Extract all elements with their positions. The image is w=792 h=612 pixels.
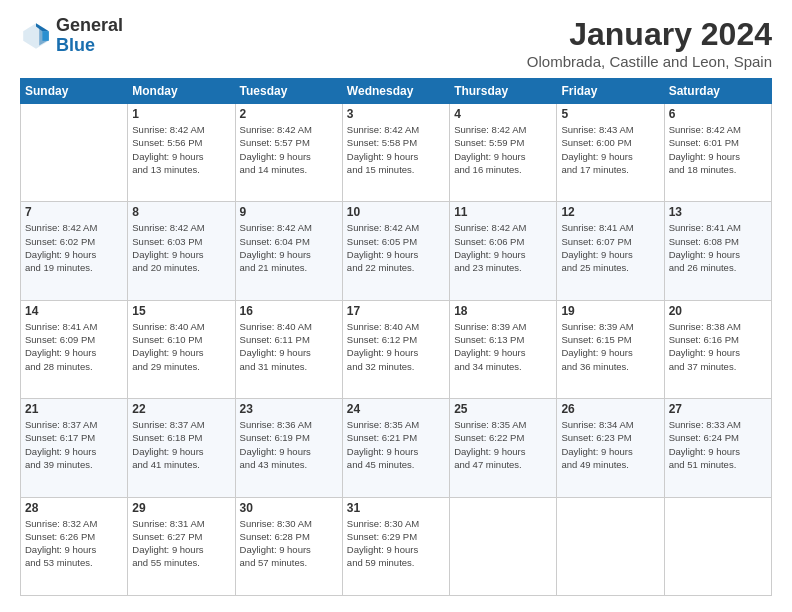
calendar-cell: 4Sunrise: 8:42 AM Sunset: 5:59 PM Daylig… [450,104,557,202]
calendar-cell: 3Sunrise: 8:42 AM Sunset: 5:58 PM Daylig… [342,104,449,202]
day-info: Sunrise: 8:30 AM Sunset: 6:28 PM Dayligh… [240,517,338,570]
calendar-week-5: 28Sunrise: 8:32 AM Sunset: 6:26 PM Dayli… [21,497,772,595]
calendar-cell: 11Sunrise: 8:42 AM Sunset: 6:06 PM Dayli… [450,202,557,300]
day-number: 24 [347,402,445,416]
calendar-cell: 22Sunrise: 8:37 AM Sunset: 6:18 PM Dayli… [128,399,235,497]
calendar-header-sunday: Sunday [21,79,128,104]
day-number: 27 [669,402,767,416]
calendar-cell [557,497,664,595]
calendar-cell: 9Sunrise: 8:42 AM Sunset: 6:04 PM Daylig… [235,202,342,300]
day-info: Sunrise: 8:31 AM Sunset: 6:27 PM Dayligh… [132,517,230,570]
calendar-cell: 15Sunrise: 8:40 AM Sunset: 6:10 PM Dayli… [128,300,235,398]
calendar-cell: 16Sunrise: 8:40 AM Sunset: 6:11 PM Dayli… [235,300,342,398]
day-number: 9 [240,205,338,219]
day-number: 18 [454,304,552,318]
day-info: Sunrise: 8:41 AM Sunset: 6:08 PM Dayligh… [669,221,767,274]
calendar-cell: 30Sunrise: 8:30 AM Sunset: 6:28 PM Dayli… [235,497,342,595]
calendar-cell: 24Sunrise: 8:35 AM Sunset: 6:21 PM Dayli… [342,399,449,497]
day-number: 4 [454,107,552,121]
header: General Blue January 2024 Olombrada, Cas… [20,16,772,70]
day-info: Sunrise: 8:41 AM Sunset: 6:07 PM Dayligh… [561,221,659,274]
page: General Blue January 2024 Olombrada, Cas… [0,0,792,612]
logo-icon [20,20,52,52]
calendar-cell: 7Sunrise: 8:42 AM Sunset: 6:02 PM Daylig… [21,202,128,300]
month-title: January 2024 [527,16,772,53]
day-number: 13 [669,205,767,219]
day-info: Sunrise: 8:33 AM Sunset: 6:24 PM Dayligh… [669,418,767,471]
calendar-cell: 13Sunrise: 8:41 AM Sunset: 6:08 PM Dayli… [664,202,771,300]
calendar-header-wednesday: Wednesday [342,79,449,104]
day-number: 31 [347,501,445,515]
day-number: 2 [240,107,338,121]
calendar-cell: 29Sunrise: 8:31 AM Sunset: 6:27 PM Dayli… [128,497,235,595]
day-number: 6 [669,107,767,121]
day-number: 17 [347,304,445,318]
calendar-header-tuesday: Tuesday [235,79,342,104]
calendar-week-3: 14Sunrise: 8:41 AM Sunset: 6:09 PM Dayli… [21,300,772,398]
day-info: Sunrise: 8:42 AM Sunset: 5:56 PM Dayligh… [132,123,230,176]
day-number: 8 [132,205,230,219]
calendar-cell: 12Sunrise: 8:41 AM Sunset: 6:07 PM Dayli… [557,202,664,300]
day-number: 25 [454,402,552,416]
day-number: 12 [561,205,659,219]
day-number: 22 [132,402,230,416]
calendar-cell: 5Sunrise: 8:43 AM Sunset: 6:00 PM Daylig… [557,104,664,202]
logo-blue: Blue [56,35,95,55]
calendar-cell: 18Sunrise: 8:39 AM Sunset: 6:13 PM Dayli… [450,300,557,398]
day-number: 30 [240,501,338,515]
day-info: Sunrise: 8:40 AM Sunset: 6:12 PM Dayligh… [347,320,445,373]
day-info: Sunrise: 8:30 AM Sunset: 6:29 PM Dayligh… [347,517,445,570]
day-number: 26 [561,402,659,416]
day-info: Sunrise: 8:42 AM Sunset: 5:58 PM Dayligh… [347,123,445,176]
svg-marker-3 [42,31,48,41]
calendar-cell: 23Sunrise: 8:36 AM Sunset: 6:19 PM Dayli… [235,399,342,497]
day-number: 20 [669,304,767,318]
day-number: 1 [132,107,230,121]
day-number: 19 [561,304,659,318]
day-info: Sunrise: 8:40 AM Sunset: 6:10 PM Dayligh… [132,320,230,373]
day-info: Sunrise: 8:38 AM Sunset: 6:16 PM Dayligh… [669,320,767,373]
day-number: 7 [25,205,123,219]
day-info: Sunrise: 8:36 AM Sunset: 6:19 PM Dayligh… [240,418,338,471]
calendar-week-2: 7Sunrise: 8:42 AM Sunset: 6:02 PM Daylig… [21,202,772,300]
day-number: 14 [25,304,123,318]
title-block: January 2024 Olombrada, Castille and Leo… [527,16,772,70]
logo-general: General [56,15,123,35]
calendar-header-friday: Friday [557,79,664,104]
calendar-header-monday: Monday [128,79,235,104]
calendar-cell: 8Sunrise: 8:42 AM Sunset: 6:03 PM Daylig… [128,202,235,300]
calendar-cell: 17Sunrise: 8:40 AM Sunset: 6:12 PM Dayli… [342,300,449,398]
day-info: Sunrise: 8:42 AM Sunset: 6:01 PM Dayligh… [669,123,767,176]
day-number: 16 [240,304,338,318]
day-number: 15 [132,304,230,318]
calendar-cell: 26Sunrise: 8:34 AM Sunset: 6:23 PM Dayli… [557,399,664,497]
day-info: Sunrise: 8:39 AM Sunset: 6:15 PM Dayligh… [561,320,659,373]
calendar-cell [21,104,128,202]
day-info: Sunrise: 8:41 AM Sunset: 6:09 PM Dayligh… [25,320,123,373]
day-info: Sunrise: 8:34 AM Sunset: 6:23 PM Dayligh… [561,418,659,471]
day-number: 21 [25,402,123,416]
day-number: 23 [240,402,338,416]
calendar-table: SundayMondayTuesdayWednesdayThursdayFrid… [20,78,772,596]
calendar-cell: 6Sunrise: 8:42 AM Sunset: 6:01 PM Daylig… [664,104,771,202]
calendar-header-row: SundayMondayTuesdayWednesdayThursdayFrid… [21,79,772,104]
calendar-cell [450,497,557,595]
location-subtitle: Olombrada, Castille and Leon, Spain [527,53,772,70]
day-info: Sunrise: 8:37 AM Sunset: 6:18 PM Dayligh… [132,418,230,471]
calendar-cell: 14Sunrise: 8:41 AM Sunset: 6:09 PM Dayli… [21,300,128,398]
calendar-cell: 27Sunrise: 8:33 AM Sunset: 6:24 PM Dayli… [664,399,771,497]
calendar-header-thursday: Thursday [450,79,557,104]
calendar-cell: 2Sunrise: 8:42 AM Sunset: 5:57 PM Daylig… [235,104,342,202]
calendar-cell: 25Sunrise: 8:35 AM Sunset: 6:22 PM Dayli… [450,399,557,497]
logo: General Blue [20,16,123,56]
day-info: Sunrise: 8:35 AM Sunset: 6:21 PM Dayligh… [347,418,445,471]
calendar-cell: 21Sunrise: 8:37 AM Sunset: 6:17 PM Dayli… [21,399,128,497]
day-info: Sunrise: 8:32 AM Sunset: 6:26 PM Dayligh… [25,517,123,570]
day-info: Sunrise: 8:42 AM Sunset: 6:05 PM Dayligh… [347,221,445,274]
day-number: 28 [25,501,123,515]
day-info: Sunrise: 8:42 AM Sunset: 6:06 PM Dayligh… [454,221,552,274]
day-info: Sunrise: 8:42 AM Sunset: 5:59 PM Dayligh… [454,123,552,176]
calendar-cell: 28Sunrise: 8:32 AM Sunset: 6:26 PM Dayli… [21,497,128,595]
day-info: Sunrise: 8:39 AM Sunset: 6:13 PM Dayligh… [454,320,552,373]
calendar-cell: 10Sunrise: 8:42 AM Sunset: 6:05 PM Dayli… [342,202,449,300]
